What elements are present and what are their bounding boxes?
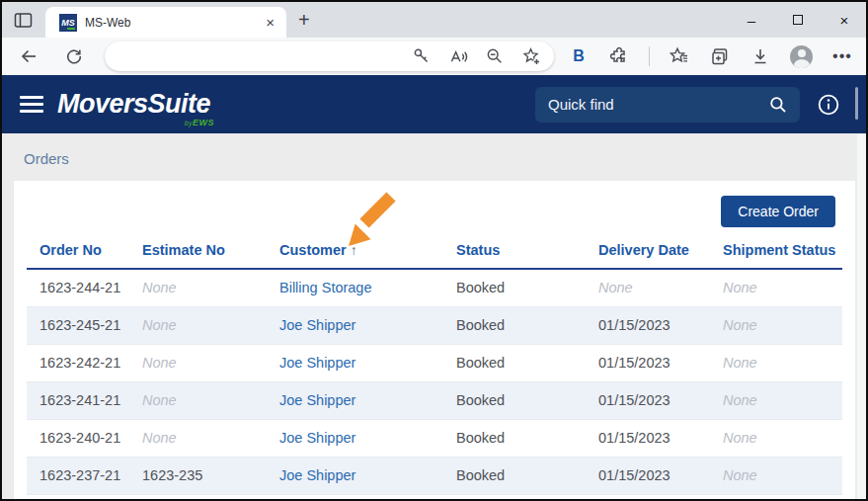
page-content: Orders Create Order Order NoEstimate NoC… [2, 133, 866, 499]
cell-estimate-no: None [129, 381, 267, 419]
cell-order-no: 1623-241-21 [27, 381, 129, 419]
cell-estimate-no: None [129, 344, 267, 381]
cell-delivery-date: None [586, 269, 710, 306]
app-logo: MoversSuite byEWS [57, 89, 214, 120]
collections-icon[interactable] [709, 45, 731, 67]
tab-actions-menu-icon[interactable] [14, 11, 33, 30]
create-order-button[interactable]: Create Order [721, 196, 835, 227]
cell-order-no: 1623-245-21 [27, 306, 129, 344]
table-row[interactable]: 1623-245-21NoneJoe ShipperBooked01/15/20… [27, 306, 842, 344]
maximize-icon[interactable] [789, 11, 807, 29]
orders-table-body: 1623-244-21NoneBilling StorageBookedNone… [27, 269, 842, 494]
cell-customer[interactable]: Billing Storage [267, 269, 443, 306]
logo-byline: byEWS [185, 118, 214, 127]
cell-status: Booked [443, 419, 586, 457]
cell-estimate-no: None [129, 306, 267, 344]
cell-customer[interactable]: Joe Shipper [267, 457, 443, 494]
column-header-status[interactable]: Status [443, 228, 586, 269]
cell-delivery-date: 01/15/2023 [586, 457, 710, 494]
cell-shipment-status: None [710, 344, 842, 381]
cell-customer[interactable]: Joe Shipper [267, 381, 443, 419]
customer-sort-indicator: ↑ [351, 242, 357, 258]
cell-estimate-no: None [129, 269, 267, 306]
cell-customer[interactable]: Joe Shipper [267, 419, 443, 457]
address-input[interactable] [120, 49, 396, 64]
cell-status: Booked [443, 381, 586, 419]
cell-estimate-no: None [129, 419, 267, 457]
back-icon[interactable] [18, 45, 39, 67]
tab-close-icon[interactable]: × [266, 15, 275, 30]
tab-title: MS-Web [85, 16, 266, 30]
cell-status: Booked [443, 306, 586, 344]
minimize-icon[interactable]: – [743, 11, 760, 29]
breadcrumb[interactable]: Orders [2, 133, 866, 167]
menu-icon[interactable] [20, 96, 43, 113]
app-header: MoversSuite byEWS [2, 75, 866, 133]
cell-order-no: 1623-242-21 [27, 344, 129, 381]
extensions-icon[interactable] [608, 45, 630, 67]
refresh-icon[interactable] [63, 45, 85, 67]
search-icon[interactable] [768, 95, 788, 115]
downloads-icon[interactable] [750, 45, 771, 67]
cell-customer[interactable]: Joe Shipper [267, 344, 443, 381]
read-aloud-icon[interactable] [447, 45, 469, 67]
column-header-estimate-no[interactable]: Estimate No [129, 228, 267, 269]
window-controls: – × [743, 11, 866, 29]
tab-favicon: MS [59, 14, 77, 32]
orders-card: Create Order Order NoEstimate NoCustomer… [14, 181, 855, 501]
cell-order-no: 1623-237-21 [27, 457, 129, 494]
table-row[interactable]: 1623-237-211623-235Joe ShipperBooked01/1… [27, 457, 842, 494]
cell-delivery-date: 01/15/2023 [586, 419, 710, 457]
more-icon[interactable]: ••• [831, 45, 853, 67]
scrollbar-thumb[interactable] [855, 87, 858, 120]
cell-status: Booked [443, 344, 586, 381]
cell-status: Booked [443, 457, 586, 494]
favorites-icon[interactable] [669, 45, 690, 67]
table-row[interactable]: 1623-240-21NoneJoe ShipperBooked01/15/20… [27, 419, 842, 457]
column-header-customer[interactable]: Customer↑ [267, 228, 443, 269]
column-header-shipment-status[interactable]: Shipment Status [710, 228, 842, 269]
orders-table-header: Order NoEstimate NoCustomer↑StatusDelive… [27, 228, 842, 269]
scrollbar-track[interactable] [857, 134, 866, 499]
orders-table: Order NoEstimate NoCustomer↑StatusDelive… [27, 228, 842, 495]
browser-window: MS MS-Web × + – × [0, 0, 868, 501]
cell-shipment-status: None [710, 419, 842, 457]
cell-customer[interactable]: Joe Shipper [267, 306, 443, 344]
logo-text: MoversSuite [57, 89, 210, 119]
card-actions: Create Order [27, 181, 842, 228]
close-window-icon[interactable]: × [835, 11, 853, 29]
toolbar-separator [649, 46, 650, 66]
new-tab-button[interactable]: + [298, 9, 310, 32]
toolbar-extensions-area: B [568, 45, 853, 68]
tab-strip: MS MS-Web × + – × [2, 2, 866, 38]
info-icon[interactable] [817, 93, 840, 117]
cell-order-no: 1623-240-21 [27, 419, 129, 457]
cell-estimate-no: 1623-235 [129, 457, 267, 494]
favorites-add-icon[interactable] [520, 45, 542, 67]
cell-status: Booked [443, 269, 586, 306]
table-row[interactable]: 1623-241-21NoneJoe ShipperBooked01/15/20… [27, 381, 842, 419]
browser-toolbar: B [2, 38, 866, 75]
table-row[interactable]: 1623-244-21NoneBilling StorageBookedNone… [27, 269, 842, 306]
cell-shipment-status: None [710, 269, 842, 306]
browser-tab[interactable]: MS MS-Web × [45, 7, 286, 38]
cell-shipment-status: None [710, 381, 842, 419]
cell-shipment-status: None [710, 457, 842, 494]
zoom-out-icon[interactable] [484, 45, 506, 67]
cell-order-no: 1623-244-21 [27, 269, 129, 306]
cell-delivery-date: 01/15/2023 [586, 306, 710, 344]
address-bar[interactable] [105, 42, 554, 71]
quick-find-box[interactable] [535, 87, 800, 123]
profile-icon[interactable] [790, 45, 813, 68]
cell-delivery-date: 01/15/2023 [586, 381, 710, 419]
b-extension-icon[interactable]: B [568, 45, 590, 67]
column-header-delivery-date[interactable]: Delivery Date [586, 228, 710, 269]
cell-shipment-status: None [710, 306, 842, 344]
key-icon[interactable] [411, 45, 433, 67]
table-row[interactable]: 1623-242-21NoneJoe ShipperBooked01/15/20… [27, 344, 842, 381]
cell-delivery-date: 01/15/2023 [586, 344, 710, 381]
column-header-order-no[interactable]: Order No [27, 228, 129, 269]
quick-find-input[interactable] [548, 96, 768, 113]
